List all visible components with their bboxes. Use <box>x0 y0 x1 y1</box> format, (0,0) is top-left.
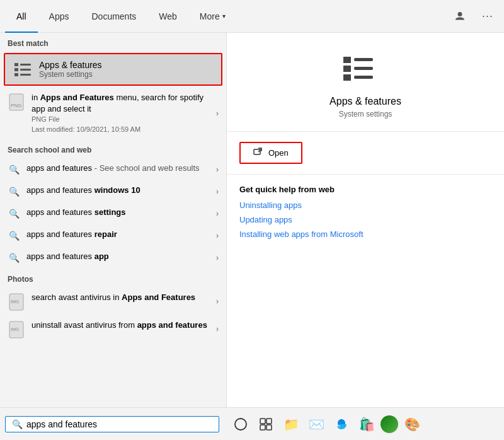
svg-rect-15 <box>354 58 373 61</box>
taskbar-search-icon[interactable] <box>229 413 252 436</box>
open-icon <box>253 147 263 159</box>
taskbar-taskview-icon[interactable] <box>255 413 277 436</box>
open-button[interactable]: Open <box>239 142 302 164</box>
web-item-3-text: apps and features settings <box>26 207 210 218</box>
svg-rect-14 <box>343 74 351 81</box>
user-icon <box>454 11 466 22</box>
svg-text:IMG: IMG <box>11 299 19 304</box>
more-options-btn[interactable]: ··· <box>476 5 499 28</box>
file-icon: PNG <box>8 93 25 111</box>
photos-icon-1: IMG <box>8 293 25 311</box>
quick-help-link-3[interactable]: Installing web apps from Microsoft <box>239 229 491 239</box>
photos-label: Photos <box>0 269 226 287</box>
taskbar-mail-icon[interactable]: ✉️ <box>305 413 328 436</box>
tab-apps[interactable]: Apps <box>38 0 81 33</box>
search-input[interactable] <box>26 419 212 429</box>
open-btn-area: Open <box>227 132 504 175</box>
photos-icon-2: IMG <box>8 321 25 339</box>
search-icon-5: 🔍 <box>8 252 20 264</box>
main-layout: Best match Apps & features System settin… <box>0 33 504 407</box>
search-icon-2: 🔍 <box>8 185 20 198</box>
chevron-right-icon: › <box>216 187 219 196</box>
quick-help-section: Get quick help from web Uninstalling app… <box>227 175 504 254</box>
web-item-1[interactable]: 🔍 apps and features - See school and web… <box>0 158 226 180</box>
file-result-item[interactable]: PNG in Apps and Features menu, search fo… <box>0 87 226 139</box>
best-match-text: Apps & features System settings <box>39 60 102 79</box>
web-item-4[interactable]: 🔍 apps and features repair › <box>0 224 226 246</box>
top-nav: All Apps Documents Web More ▾ ··· <box>0 0 504 33</box>
apps-features-svg <box>13 60 32 79</box>
tab-documents[interactable]: Documents <box>80 0 147 33</box>
tab-web[interactable]: Web <box>147 0 188 33</box>
svg-rect-12 <box>343 57 351 63</box>
svg-text:IMG: IMG <box>11 327 19 332</box>
file-result-type: PNG File <box>32 115 210 124</box>
web-item-3[interactable]: 🔍 apps and features settings › <box>0 202 226 224</box>
taskbar-explorer-icon[interactable]: 📁 <box>280 413 302 436</box>
taskbar-store-icon[interactable]: 🛍️ <box>355 413 378 436</box>
taskbar-icons: 📁 ✉️ 🛍️ 🎨 <box>229 413 423 436</box>
web-item-4-text: apps and features repair <box>26 229 210 240</box>
taskbar-xbox-icon[interactable] <box>381 415 398 433</box>
user-icon-btn[interactable] <box>449 5 471 28</box>
photos-item-2-text: uninstall avast antivirus from apps and … <box>32 320 210 331</box>
svg-rect-22 <box>260 425 265 430</box>
svg-rect-3 <box>20 64 31 66</box>
search-icon-1: 🔍 <box>8 163 20 176</box>
svg-rect-1 <box>14 68 18 71</box>
tab-more[interactable]: More ▾ <box>188 0 237 33</box>
svg-rect-16 <box>354 67 373 70</box>
photos-item-2[interactable]: IMG uninstall avast antivirus from apps … <box>0 315 226 343</box>
search-school-web-label: Search school and web <box>0 139 226 158</box>
svg-rect-0 <box>14 63 18 66</box>
apps-features-icon <box>13 59 33 79</box>
svg-rect-5 <box>20 74 31 76</box>
svg-rect-23 <box>266 425 272 430</box>
search-bar-icon: 🔍 <box>12 419 23 429</box>
search-input-area[interactable]: 🔍 <box>5 416 219 432</box>
svg-point-19 <box>235 419 246 430</box>
taskbar-paint-icon[interactable]: 🎨 <box>401 413 423 436</box>
web-item-1-text: apps and features - See school and web r… <box>26 163 210 174</box>
search-icon-3: 🔍 <box>8 207 20 220</box>
svg-rect-4 <box>20 69 31 71</box>
chevron-right-icon: › <box>216 325 219 333</box>
best-match-item[interactable]: Apps & features System settings <box>4 53 222 86</box>
quick-help-title: Get quick help from web <box>239 185 491 194</box>
chevron-right-icon: › <box>216 165 219 174</box>
nav-right-area: ··· <box>449 5 499 28</box>
svg-rect-21 <box>266 419 272 424</box>
chevron-down-icon: ▾ <box>222 13 226 20</box>
left-panel: Best match Apps & features System settin… <box>0 33 227 407</box>
web-item-2[interactable]: 🔍 apps and features windows 10 › <box>0 180 226 202</box>
search-icon-4: 🔍 <box>8 229 20 242</box>
web-item-5-text: apps and features app <box>26 251 210 262</box>
chevron-right-icon: › <box>216 297 219 306</box>
chevron-right-icon: › <box>216 253 219 262</box>
svg-rect-13 <box>343 66 351 72</box>
file-result-title: in Apps and Features menu, search for sp… <box>32 92 210 115</box>
taskbar-edge-icon[interactable] <box>330 413 353 436</box>
best-match-label: Best match <box>0 33 226 52</box>
right-panel: Apps & features System settings Open Get… <box>227 33 504 407</box>
right-title: Apps & features <box>329 96 401 107</box>
best-match-subtitle: System settings <box>39 70 102 79</box>
chevron-right-icon: › <box>216 109 219 118</box>
right-subtitle: System settings <box>339 110 392 119</box>
svg-rect-2 <box>14 73 18 76</box>
best-match-title: Apps & features <box>39 60 102 70</box>
photos-item-1[interactable]: IMG search avast antivirus in Apps and F… <box>0 287 226 315</box>
right-big-icon <box>340 52 391 90</box>
tab-all[interactable]: All <box>5 0 38 33</box>
png-file-icon: PNG <box>9 93 24 111</box>
svg-rect-18 <box>254 149 260 154</box>
svg-text:PNG: PNG <box>11 103 21 108</box>
photos-item-1-text: search avast antivirus in Apps and Featu… <box>32 292 210 303</box>
quick-help-link-1[interactable]: Uninstalling apps <box>239 200 491 210</box>
bottom-bar: 🔍 📁 ✉️ <box>0 407 504 440</box>
web-item-5[interactable]: 🔍 apps and features app › <box>0 246 226 269</box>
quick-help-link-2[interactable]: Updating apps <box>239 215 491 224</box>
ellipsis-icon: ··· <box>482 9 493 23</box>
file-result-text: in Apps and Features menu, search for sp… <box>32 92 210 134</box>
svg-rect-17 <box>354 76 373 79</box>
